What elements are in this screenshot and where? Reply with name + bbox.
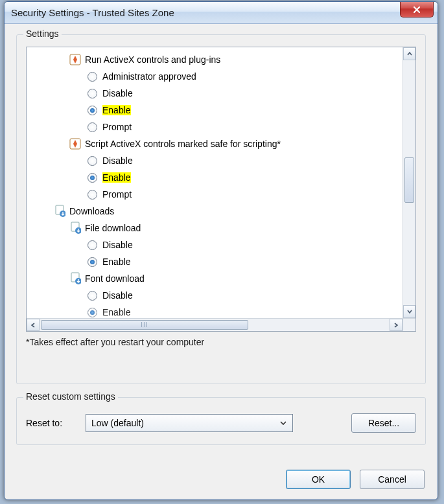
option-label: Administrator approved <box>102 71 196 82</box>
settings-group: Settings Run ActiveX controls and plug-i… <box>16 34 426 384</box>
option-font-download-enable[interactable]: Enable <box>29 304 400 318</box>
horizontal-scrollbar[interactable]: III <box>27 318 403 331</box>
scroll-track[interactable] <box>403 60 415 305</box>
radio-icon-selected <box>88 308 97 317</box>
category-downloads[interactable]: Downloads <box>29 203 400 220</box>
settings-tree-content: Run ActiveX controls and plug-ins Admini… <box>27 47 403 318</box>
chevron-down-icon <box>406 308 413 315</box>
option-run-activex-prompt[interactable]: Prompt <box>29 119 400 135</box>
radio-icon-selected <box>88 173 97 183</box>
cancel-button[interactable]: Cancel <box>360 470 425 489</box>
chevron-up-icon <box>406 51 413 57</box>
radio-icon-selected <box>88 106 97 115</box>
option-label: Disable <box>102 240 133 250</box>
scroll-up-arrow[interactable] <box>403 47 415 60</box>
chevron-down-icon <box>279 419 287 427</box>
radio-icon <box>88 72 97 82</box>
combo-value: Low (default) <box>91 418 144 428</box>
reset-group: Reset custom settings Reset to: Low (def… <box>16 397 426 445</box>
activex-icon <box>69 54 81 65</box>
option-file-download-disable[interactable]: Disable <box>29 236 400 253</box>
option-run-activex-admin[interactable]: Administrator approved <box>29 68 400 85</box>
reset-group-legend: Reset custom settings <box>23 391 118 402</box>
option-label: Enable <box>102 105 131 115</box>
settings-tree: Run ActiveX controls and plug-ins Admini… <box>26 47 416 332</box>
category-label: Run ActiveX controls and plug-ins <box>85 54 220 65</box>
activex-icon <box>69 138 81 150</box>
option-run-activex-disable[interactable]: Disable <box>29 85 400 102</box>
category-file-download[interactable]: File download <box>29 220 400 236</box>
option-label: Enable <box>102 307 131 317</box>
option-label: Enable <box>102 257 131 267</box>
option-label: Enable <box>102 172 131 183</box>
option-label: Disable <box>102 290 133 301</box>
category-label: Script ActiveX controls marked safe for … <box>85 139 281 149</box>
chevron-right-icon <box>393 322 399 328</box>
close-icon <box>412 5 421 14</box>
category-run-activex[interactable]: Run ActiveX controls and plug-ins <box>29 51 400 68</box>
radio-icon <box>88 89 97 98</box>
category-font-download[interactable]: Font download <box>29 270 400 287</box>
radio-icon <box>88 291 97 301</box>
option-script-activex-enable[interactable]: Enable <box>29 169 400 186</box>
titlebar[interactable]: Security Settings - Trusted Sites Zone <box>5 2 438 24</box>
category-script-activex[interactable]: Script ActiveX controls marked safe for … <box>29 135 400 152</box>
option-run-activex-enable[interactable]: Enable <box>29 102 400 119</box>
security-settings-dialog: Security Settings - Trusted Sites Zone S… <box>4 1 438 500</box>
option-file-download-enable[interactable]: Enable <box>29 253 400 270</box>
scroll-down-arrow[interactable] <box>403 305 415 318</box>
option-script-activex-disable[interactable]: Disable <box>29 152 400 169</box>
option-label: Prompt <box>102 189 132 200</box>
reset-to-label: Reset to: <box>26 418 78 428</box>
ok-button[interactable]: OK <box>286 470 351 489</box>
close-button[interactable] <box>400 2 434 17</box>
category-label: Font download <box>85 273 145 284</box>
client-area: Settings Run ActiveX controls and plug-i… <box>5 24 438 499</box>
scroll-thumb[interactable] <box>404 157 414 203</box>
scroll-corner <box>403 318 415 331</box>
scroll-track[interactable]: III <box>40 319 390 331</box>
scroll-right-arrow[interactable] <box>390 319 403 331</box>
radio-icon <box>88 122 97 132</box>
option-label: Prompt <box>102 122 132 132</box>
download-icon <box>54 205 65 217</box>
option-script-activex-prompt[interactable]: Prompt <box>29 186 400 203</box>
download-icon <box>69 222 81 234</box>
radio-icon <box>88 240 97 250</box>
option-label: Disable <box>102 88 133 98</box>
button-label: Reset... <box>368 418 399 428</box>
scroll-thumb[interactable]: III <box>41 320 248 330</box>
button-label: Cancel <box>378 474 406 485</box>
button-label: OK <box>312 474 325 485</box>
radio-icon <box>88 190 97 200</box>
vertical-scrollbar[interactable] <box>403 47 415 318</box>
category-label: File download <box>85 223 141 233</box>
settings-group-legend: Settings <box>23 29 62 39</box>
scroll-left-arrow[interactable] <box>27 319 40 331</box>
window-title: Security Settings - Trusted Sites Zone <box>11 7 174 18</box>
reset-button[interactable]: Reset... <box>351 413 416 433</box>
reset-level-combo[interactable]: Low (default) <box>86 414 293 432</box>
option-label: Disable <box>102 155 133 166</box>
radio-icon-selected <box>88 257 97 267</box>
chevron-left-icon <box>30 322 36 328</box>
restart-footnote: *Takes effect after you restart your com… <box>26 337 416 347</box>
radio-icon <box>88 156 97 166</box>
category-label: Downloads <box>69 206 114 216</box>
option-font-download-disable[interactable]: Disable <box>29 287 400 304</box>
dialog-buttons: OK Cancel <box>286 470 425 489</box>
download-icon <box>69 273 81 284</box>
